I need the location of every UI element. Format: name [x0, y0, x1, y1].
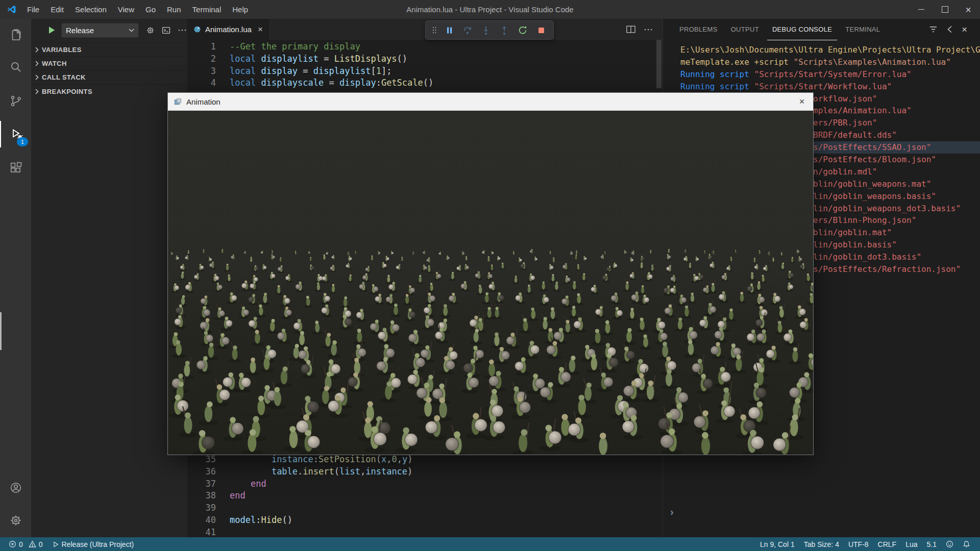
problems-status[interactable]: 0 0: [4, 537, 47, 551]
run-status[interactable]: Release (Ultra Project): [47, 537, 139, 551]
feedback-button[interactable]: [941, 537, 958, 551]
search-icon: [9, 60, 22, 73]
close-button[interactable]: ×: [957, 0, 980, 19]
section-watch[interactable]: WATCH: [31, 56, 187, 70]
tab-label: Animation.lua: [205, 25, 252, 34]
window-controls: ×: [910, 0, 980, 19]
debug-config-dropdown[interactable]: Release: [61, 23, 139, 38]
stop-button[interactable]: [532, 22, 550, 38]
chevron-left-icon[interactable]: [947, 26, 952, 33]
animation-viewport[interactable]: [168, 111, 813, 455]
tab-size[interactable]: Tab Size: 4: [799, 537, 844, 551]
menu-run[interactable]: Run: [161, 0, 187, 19]
panel-tab-terminal[interactable]: TERMINAL: [840, 19, 885, 40]
menu-selection[interactable]: Selection: [69, 0, 112, 19]
debug-start-button[interactable]: [46, 25, 57, 35]
restart-button[interactable]: [513, 22, 532, 38]
tab-animation-lua[interactable]: Animation.lua ×: [187, 19, 269, 40]
editor-more-button[interactable]: ⋯: [644, 24, 653, 35]
close-icon: ×: [965, 5, 971, 15]
console-prompt-chevron[interactable]: ›: [670, 506, 674, 518]
run-status-label: Release (Ultra Project): [62, 540, 134, 548]
chevron-right-icon: [35, 89, 39, 94]
debug-console-icon[interactable]: [162, 26, 170, 35]
section-call-stack[interactable]: CALL STACK: [31, 70, 187, 84]
animation-window-close-icon[interactable]: ×: [791, 93, 813, 110]
animation-window-titlebar[interactable]: Animation ×: [168, 93, 813, 111]
menu-bar: File Edit Selection View Go Run Terminal…: [21, 0, 254, 19]
pause-button[interactable]: [440, 22, 458, 38]
section-variables[interactable]: VARIABLES: [31, 42, 187, 57]
chevron-down-icon: [129, 29, 134, 32]
code-line: 2local displaylist = ListDisplays(): [187, 53, 433, 65]
language-mode[interactable]: Lua: [901, 537, 922, 551]
sidebar-item-source-control[interactable]: [0, 88, 31, 114]
code-line: 40model:Hide(): [187, 514, 412, 527]
lua-file-icon: [193, 26, 201, 33]
line-number: 2: [187, 53, 216, 65]
tab-close-icon[interactable]: ×: [258, 25, 263, 34]
menu-help[interactable]: Help: [227, 0, 254, 19]
minimize-icon: [918, 9, 924, 10]
minimize-button[interactable]: [910, 0, 933, 19]
error-count: 0: [19, 540, 23, 548]
sidebar-item-extensions[interactable]: [0, 155, 31, 181]
console-line: Running script "Scripts/Start/System/Err…: [663, 68, 980, 81]
encoding[interactable]: UTF-8: [844, 537, 873, 551]
goblin-crowd-render: [168, 111, 813, 455]
lua-version[interactable]: 5.1: [922, 537, 941, 551]
eol-sequence[interactable]: CRLF: [873, 537, 901, 551]
error-icon: [9, 540, 16, 548]
maximize-button[interactable]: [933, 0, 957, 19]
panel-header: PROBLEMSOUTPUTDEBUG CONSOLETERMINAL ×: [663, 19, 980, 40]
line-number: 40: [187, 514, 216, 527]
panel-tab-problems[interactable]: PROBLEMS: [674, 19, 723, 40]
line-number: 1: [187, 41, 216, 53]
line-number: 38: [187, 490, 216, 502]
menu-terminal[interactable]: Terminal: [187, 0, 227, 19]
more-icon: ⋯: [178, 24, 187, 36]
gear-icon: [9, 514, 22, 527]
editor-actions: ⋯: [626, 19, 653, 40]
editor-scrollbar[interactable]: [656, 40, 662, 88]
line-number: 36: [187, 466, 216, 478]
sidebar-item-run-debug[interactable]: 1: [0, 121, 32, 147]
left-edge-highlight: [0, 312, 2, 350]
panel-tab-debug-console[interactable]: DEBUG CONSOLE: [767, 19, 837, 40]
sidebar-item-explorer[interactable]: [0, 22, 31, 48]
notifications-button[interactable]: [958, 537, 975, 551]
section-label: BREAKPOINTS: [42, 88, 92, 95]
status-left: 0 0 Release (Ultra Project): [0, 537, 138, 551]
section-label: CALL STACK: [42, 73, 86, 81]
window-title: Animation.lua - Ultra Project - Visual S…: [406, 0, 573, 19]
account-button[interactable]: [0, 474, 31, 501]
cursor-position[interactable]: Ln 9, Col 1: [755, 537, 799, 551]
status-bar: 0 0 Release (Ultra Project) Ln 9, Col 1 …: [0, 537, 980, 551]
debug-more-actions-button[interactable]: ⋯: [178, 24, 187, 36]
panel-tab-output[interactable]: OUTPUT: [726, 19, 764, 40]
line-number: 4: [187, 77, 216, 89]
split-editor-button[interactable]: [626, 26, 635, 33]
app-window-icon: [174, 98, 182, 106]
menu-edit[interactable]: Edit: [45, 0, 69, 19]
debug-settings-gear-button[interactable]: [146, 26, 155, 35]
section-breakpoints[interactable]: BREAKPOINTS: [31, 84, 187, 98]
code-line: 38end: [187, 490, 412, 502]
source-control-icon: [9, 94, 22, 108]
section-label: VARIABLES: [42, 46, 82, 54]
toolbar-grip-handle[interactable]: [429, 22, 440, 38]
menu-file[interactable]: File: [21, 0, 45, 19]
step-over-button[interactable]: [458, 22, 477, 38]
files-icon: [9, 29, 22, 42]
code-line: 3local display = displaylist[1];: [187, 65, 433, 78]
sidebar-item-search[interactable]: [0, 54, 31, 80]
panel-close-icon[interactable]: ×: [962, 24, 967, 35]
code-line: 35 instance:SetPosition(x,0,y): [187, 454, 412, 466]
settings-button[interactable]: [0, 507, 31, 534]
filter-icon[interactable]: [929, 25, 938, 34]
step-out-button[interactable]: [495, 22, 513, 38]
menu-go[interactable]: Go: [140, 0, 161, 19]
menu-view[interactable]: View: [112, 0, 140, 19]
step-into-button[interactable]: [477, 22, 495, 38]
extensions-icon: [9, 161, 22, 174]
